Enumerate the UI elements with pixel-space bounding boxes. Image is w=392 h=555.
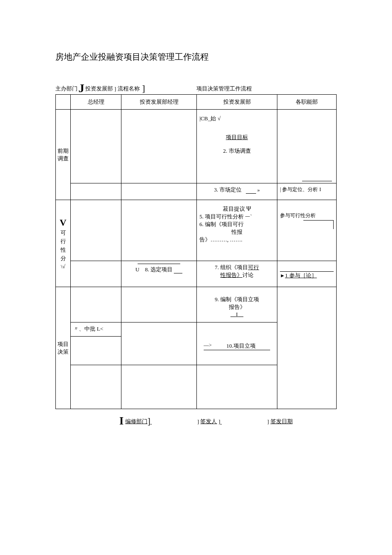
footer-row: I 编修部门 ] ] 签发人 ] ] 签发日期 [55, 417, 337, 425]
step6b: 性报 [199, 228, 274, 236]
signer-label: 签发人 [200, 418, 217, 425]
step7a: 7. 组织《项目 [215, 264, 248, 270]
arrow-icon: 一` [245, 214, 252, 220]
big-i-icon: I [119, 417, 124, 425]
step9b: 报告》 [199, 303, 274, 311]
host-dept-label: 主办部门 [55, 85, 78, 93]
arrow-right-icon: ► [280, 273, 285, 279]
col-functional: 各职能部 [277, 95, 337, 110]
project-goal: 项目目标 [226, 134, 248, 140]
col-general-manager: 总经理 [71, 95, 121, 110]
psi-icon: Ψ [246, 205, 251, 212]
step6c: 告》………, ……. [199, 236, 274, 244]
step9c: I [236, 311, 238, 317]
bracket-icon: ] [197, 418, 201, 425]
step7a-u: 可行 [248, 264, 259, 270]
arrow-right-icon: » [257, 187, 260, 193]
bracket-icon: ] [147, 417, 150, 425]
participate-feasibility: 参与可行性分析 [280, 212, 334, 219]
phase-decision: 项目决策 [56, 287, 71, 409]
bracket-icon: ] [267, 418, 271, 425]
step-market-survey: 2. 市场调查 [199, 147, 274, 155]
step7b: 讨论 [242, 272, 254, 278]
host-dept-value: 投资发展部 [85, 85, 113, 93]
approval: 〃、中批 L< [71, 323, 121, 336]
bracket-icon: ] [113, 86, 118, 93]
bracket-icon: ] [140, 84, 145, 93]
participate-discuss: 1 参与［论］ [285, 272, 317, 279]
bracket-icon: ] [217, 418, 220, 425]
step7b-u: 性报告》 [220, 272, 242, 278]
flow-name-label: 流程名称 [118, 85, 140, 93]
phase-feasibility: V 可行性分\√ [56, 200, 71, 287]
col-dept-manager: 投资发展部经理 [121, 95, 197, 110]
col-invest-dept: 投资发展部 [197, 95, 277, 110]
arrow-right-icon: —> [204, 342, 212, 349]
flow-name-value: 项目决策管理工作流程 [196, 85, 252, 93]
step6a: 6. 编制《项目可行 [199, 221, 274, 228]
cb-start: |CB_始 √ [199, 115, 274, 122]
project-suggest: 菽目提议 [223, 206, 245, 212]
big-v-icon: V [60, 217, 66, 228]
step9a: 9. 编制《项目立项 [199, 296, 274, 303]
document-title: 房地产企业投融资项目决策管理工作流程 [55, 51, 337, 63]
step-select-project: 8. 选定项目 [145, 266, 173, 273]
step-market-position: 3. 市场定位 [214, 186, 242, 193]
edit-dept-label: 编修部门 [125, 418, 147, 425]
step-establish: 10.项目立项 [226, 343, 255, 349]
workflow-table: 总经理 投资发展部经理 投资发展部 各职能部 前期调查 |CB_始 √ 项目目标… [55, 94, 337, 409]
sign-date-label: 签发日期 [271, 418, 293, 425]
phase-early-survey: 前期调查 [56, 110, 71, 200]
participate-position: | 参与定位、分析 I [277, 183, 336, 197]
step-feasibility: 5. 项目可行性分析 [199, 213, 244, 220]
u-icon: U [135, 266, 139, 273]
meta-row: 主办部门 J 投资发展部 ] 流程名称 ] 项目决策管理工作流程 [55, 84, 337, 93]
big-j-icon: J [78, 84, 84, 93]
